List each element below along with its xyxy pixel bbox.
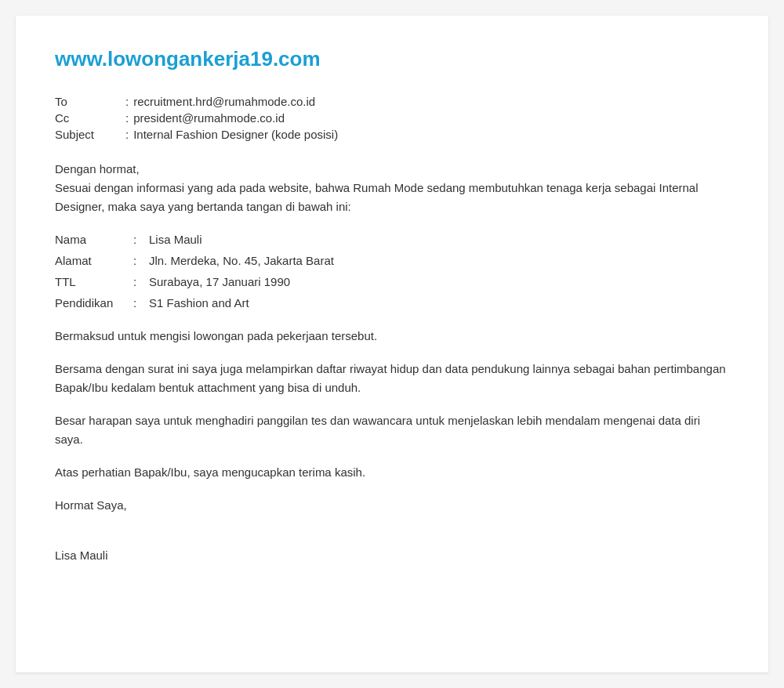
subject-colon: : bbox=[125, 128, 129, 141]
site-title: www.lowongankerja19.com bbox=[55, 47, 729, 71]
subject-row: Subject : Internal Fashion Designer (kod… bbox=[55, 128, 729, 141]
header-section: To : recruitment.hrd@rumahmode.co.id Cc … bbox=[55, 95, 729, 141]
attachment-paragraph: Bersama dengan surat ini saya juga melam… bbox=[55, 360, 729, 397]
education-value: S1 Fashion and Art bbox=[149, 294, 729, 313]
name-colon: : bbox=[133, 230, 149, 249]
signature-name: Lisa Mauli bbox=[55, 546, 729, 565]
ttl-row: TTL : Surabaya, 17 Januari 1990 bbox=[55, 273, 729, 291]
to-value: recruitment.hrd@rumahmode.co.id bbox=[133, 95, 315, 108]
attachment-text: Bersama dengan surat ini saya juga melam… bbox=[55, 362, 726, 394]
body-section: Dengan hormat, Sesuai dengan informasi y… bbox=[55, 160, 729, 565]
page-container: www.lowongankerja19.com To : recruitment… bbox=[16, 16, 768, 672]
cc-colon: : bbox=[125, 111, 129, 125]
subject-label: Subject bbox=[55, 128, 125, 141]
ttl-label: TTL bbox=[55, 273, 133, 291]
intro-text: Sesuai dengan informasi yang ada pada we… bbox=[55, 179, 729, 216]
ttl-colon: : bbox=[133, 273, 149, 291]
name-row: Nama : Lisa Mauli bbox=[55, 230, 729, 249]
address-row: Alamat : Jln. Merdeka, No. 45, Jakarta B… bbox=[55, 252, 729, 270]
greeting-text: Dengan hormat, bbox=[55, 160, 729, 179]
to-label: To bbox=[55, 95, 125, 108]
education-colon: : bbox=[133, 294, 149, 313]
hope-paragraph: Besar harapan saya untuk menghadiri pang… bbox=[55, 411, 729, 449]
address-value: Jln. Merdeka, No. 45, Jakarta Barat bbox=[149, 252, 729, 270]
address-label: Alamat bbox=[55, 252, 133, 270]
cc-row: Cc : president@rumahmode.co.id bbox=[55, 111, 729, 125]
education-label: Pendidikan bbox=[55, 294, 133, 313]
thanks-text: Atas perhatian Bapak/Ibu, saya mengucapk… bbox=[55, 465, 365, 479]
ttl-value: Surabaya, 17 Januari 1990 bbox=[149, 273, 729, 291]
closing-section: Hormat Saya, Lisa Mauli bbox=[55, 496, 729, 565]
hope-text: Besar harapan saya untuk menghadiri pang… bbox=[55, 414, 700, 446]
personal-info: Nama : Lisa Mauli Alamat : Jln. Merdeka,… bbox=[55, 230, 729, 313]
intent-text: Bermaksud untuk mengisi lowongan pada pe… bbox=[55, 329, 377, 342]
cc-value: president@rumahmode.co.id bbox=[133, 111, 285, 125]
thanks-paragraph: Atas perhatian Bapak/Ibu, saya mengucapk… bbox=[55, 463, 729, 482]
cc-label: Cc bbox=[55, 111, 125, 125]
name-value: Lisa Mauli bbox=[149, 230, 729, 249]
education-row: Pendidikan : S1 Fashion and Art bbox=[55, 294, 729, 313]
to-colon: : bbox=[125, 95, 129, 108]
intent-paragraph: Bermaksud untuk mengisi lowongan pada pe… bbox=[55, 327, 729, 346]
to-row: To : recruitment.hrd@rumahmode.co.id bbox=[55, 95, 729, 108]
name-label: Nama bbox=[55, 230, 133, 249]
greeting-paragraph: Dengan hormat, Sesuai dengan informasi y… bbox=[55, 160, 729, 216]
address-colon: : bbox=[133, 252, 149, 270]
closing-text: Hormat Saya, bbox=[55, 496, 729, 515]
subject-value: Internal Fashion Designer (kode posisi) bbox=[133, 128, 338, 141]
